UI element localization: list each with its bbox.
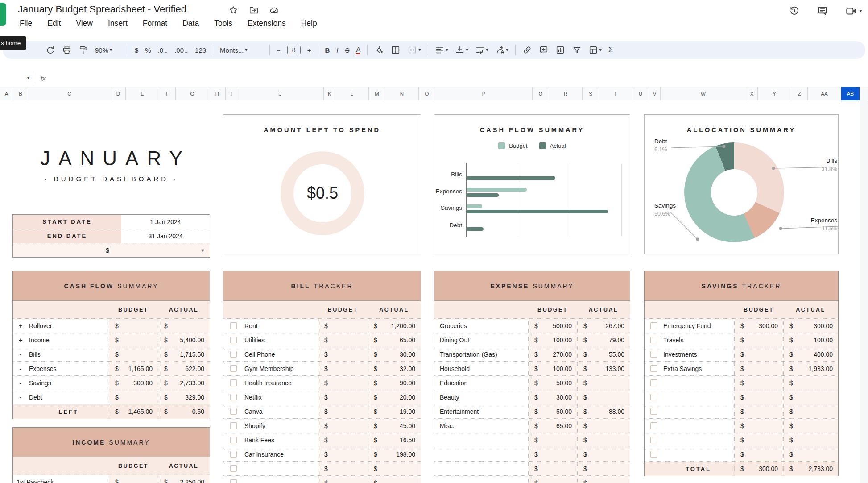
menu-edit[interactable]: Edit	[45, 18, 62, 29]
column-header-B[interactable]: B	[13, 87, 28, 100]
budget-cell[interactable]: $	[109, 390, 158, 404]
savings-row[interactable]: $$	[645, 447, 838, 462]
currency-dropdown-icon[interactable]: ▼	[200, 248, 205, 253]
expenses-row[interactable]: $$	[434, 462, 630, 476]
budget-cell[interactable]: $	[109, 333, 158, 347]
column-header-M[interactable]: M	[369, 87, 385, 100]
budget-cell[interactable]: $	[734, 433, 783, 447]
document-title[interactable]: January Budget Spreadsheet - Verified	[18, 4, 186, 15]
fill-color-button[interactable]	[374, 45, 384, 55]
name-box[interactable]: ▾	[0, 76, 29, 80]
budget-cell[interactable]: $	[734, 333, 783, 347]
actual-cell[interactable]: $16.50	[368, 433, 421, 447]
formula-bar[interactable]: ▾ fx	[0, 70, 868, 87]
actual-cell[interactable]: $1,715.50	[158, 347, 210, 361]
version-history-icon[interactable]	[788, 5, 800, 17]
expenses-row[interactable]: $$	[434, 447, 630, 462]
bills-row[interactable]: Bank Fees$$16.50	[223, 433, 421, 447]
budget-cell[interactable]: $	[318, 362, 368, 375]
savings-row[interactable]: Extra Savings$$1,933.00	[645, 362, 838, 376]
column-header-V[interactable]: V	[649, 87, 661, 100]
budget-cell[interactable]: $	[528, 447, 577, 461]
strikethrough-button[interactable]: S	[345, 46, 349, 54]
actual-cell[interactable]: $100.00	[783, 333, 838, 347]
sheets-home-logo[interactable]	[0, 3, 6, 26]
actual-cell[interactable]: $	[368, 462, 421, 475]
column-header-N[interactable]: N	[385, 87, 419, 100]
actual-cell[interactable]: $	[577, 447, 630, 461]
budget-cell[interactable]: $100.00	[528, 333, 577, 347]
budget-cell[interactable]: $	[528, 433, 577, 447]
column-header-AB[interactable]: AB	[841, 87, 860, 100]
expenses-row[interactable]: Groceries$500.00$267.00	[434, 319, 630, 333]
font-select-button[interactable]: Monts... ▾	[220, 46, 263, 54]
expenses-row[interactable]: $$	[434, 433, 630, 447]
budget-cell[interactable]: $50.00	[528, 376, 577, 390]
actual-cell[interactable]: $	[783, 447, 838, 461]
actual-cell[interactable]: $19.00	[368, 404, 421, 418]
video-call-icon[interactable]: ▾	[845, 5, 862, 17]
row-checkbox[interactable]	[230, 437, 237, 443]
actual-cell[interactable]: $79.00	[577, 333, 630, 347]
row-checkbox[interactable]	[650, 322, 657, 329]
column-header-J[interactable]: J	[237, 87, 324, 100]
currency-selector-row[interactable]: $ ▼	[13, 243, 210, 257]
cashflow-row[interactable]: +Income$$5,400.00	[13, 333, 210, 347]
actual-cell[interactable]: $	[368, 476, 421, 483]
comments-icon[interactable]	[817, 5, 828, 17]
actual-cell[interactable]: $20.00	[368, 390, 421, 404]
actual-cell[interactable]: $	[783, 390, 838, 404]
actual-cell[interactable]: $267.00	[577, 319, 630, 333]
bills-row[interactable]: Gym Membership$$32.00	[223, 362, 421, 376]
actual-cell[interactable]: $	[577, 462, 630, 475]
column-header-G[interactable]: G	[176, 87, 209, 100]
budget-cell[interactable]: $	[318, 347, 368, 361]
savings-row[interactable]: $$	[645, 433, 838, 447]
budget-cell[interactable]: $65.00	[528, 419, 577, 433]
decrease-decimal-places-button[interactable]: .0←	[158, 46, 168, 54]
expenses-row[interactable]: Household$100.00$133.00	[434, 362, 630, 376]
actual-cell[interactable]: $90.00	[368, 376, 421, 390]
row-checkbox[interactable]	[650, 451, 657, 458]
expenses-row[interactable]: Misc.$65.00$	[434, 419, 630, 433]
budget-cell[interactable]: $	[734, 362, 783, 375]
budget-cell[interactable]: $300.00	[109, 376, 158, 390]
functions-button[interactable]: Σ	[608, 46, 613, 54]
actual-cell[interactable]: $1,933.00	[783, 362, 838, 375]
paint-format-button[interactable]	[79, 45, 88, 55]
budget-cell[interactable]: $50.00	[528, 404, 577, 418]
row-checkbox[interactable]	[230, 479, 237, 483]
budget-cell[interactable]: $	[734, 404, 783, 418]
borders-button[interactable]	[391, 45, 401, 55]
row-checkbox[interactable]	[230, 379, 237, 386]
column-header-S[interactable]: S	[583, 87, 599, 100]
expenses-row[interactable]: Beauty$30.00$	[434, 390, 630, 404]
actual-cell[interactable]: $	[783, 433, 838, 447]
budget-cell[interactable]: $	[318, 390, 368, 404]
budget-cell[interactable]: $1,165.00	[109, 362, 158, 375]
savings-row[interactable]: $$	[645, 404, 838, 419]
actual-cell[interactable]: $5,400.00	[158, 333, 210, 347]
zoom-select-button[interactable]: 90% ▾	[95, 46, 121, 54]
row-checkbox[interactable]	[230, 365, 237, 372]
budget-cell[interactable]: $	[318, 404, 368, 418]
budget-cell[interactable]: $	[318, 376, 368, 390]
text-rotation-button[interactable]: ▾	[495, 45, 508, 55]
cashflow-row[interactable]: -Expenses$1,165.00$622.00	[13, 362, 210, 376]
format-as-percent-button[interactable]: %	[145, 46, 151, 54]
menu-format[interactable]: Format	[141, 18, 169, 29]
move-folder-icon[interactable]	[249, 5, 259, 15]
insert-comment-button[interactable]	[539, 45, 549, 55]
column-header-A[interactable]: A	[0, 87, 13, 100]
budget-cell[interactable]: $30.00	[528, 390, 577, 404]
bills-row[interactable]: Utilities$$65.00	[223, 333, 421, 347]
insert-link-button[interactable]	[522, 45, 532, 55]
expenses-row[interactable]: Transportation (Gas)$270.00$55.00	[434, 347, 630, 362]
menu-extensions[interactable]: Extensions	[246, 18, 288, 29]
budget-cell[interactable]: $	[318, 447, 368, 461]
actual-cell[interactable]: $88.00	[577, 404, 630, 418]
spreadsheet-canvas[interactable]: JANUARY · BUDGET DASHBOARD · START DATE …	[0, 100, 868, 483]
bills-row[interactable]: Health Insurance$$90.00	[223, 376, 421, 390]
actual-cell[interactable]: $2,733.00	[158, 376, 210, 390]
bills-row[interactable]: Shopify$$45.00	[223, 419, 421, 433]
